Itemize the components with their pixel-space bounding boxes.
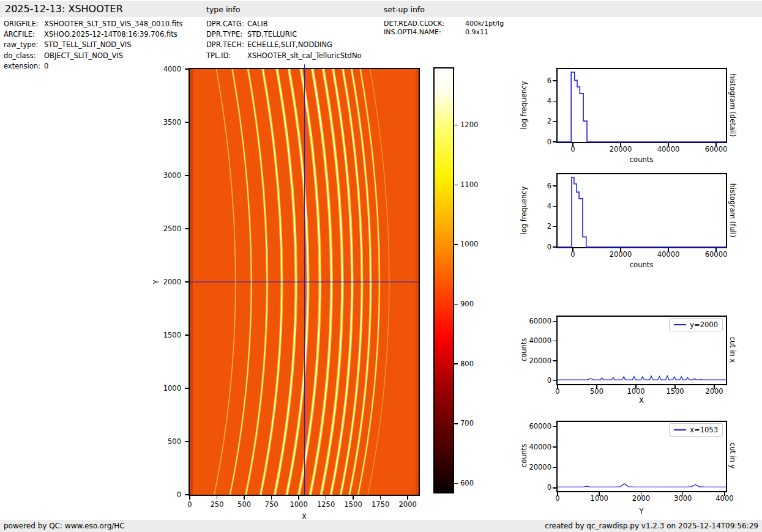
metadata-label: TPL.ID:	[206, 51, 247, 61]
tick-label: 60000	[698, 250, 734, 259]
tick-label: 0	[515, 243, 551, 251]
setup-info-heading: set-up info	[384, 1, 425, 17]
metadata-row: do_class:OBJECT_SLIT_NOD_VIS	[4, 51, 182, 61]
tick-label: 40000	[515, 336, 551, 345]
histogram_detail-line	[558, 72, 726, 142]
tick-mark	[553, 487, 556, 489]
tick-mark	[185, 68, 189, 70]
cut-in-x-legend: y=2000	[669, 318, 723, 331]
tick-label: 60000	[698, 145, 734, 153]
tick-label: 500	[144, 437, 181, 446]
tick-mark	[553, 121, 556, 122]
histogram-full-title: histogram (full)	[728, 183, 737, 238]
tick-mark	[553, 246, 556, 248]
tick-label: 4	[515, 202, 551, 210]
tick-mark	[244, 496, 245, 500]
legend-line-icon	[674, 429, 686, 430]
tick-label: 600	[460, 479, 474, 487]
file-info-block: ORIGFILE:XSHOOTER_SLT_STD_VIS_348_0010.f…	[4, 19, 182, 72]
tick-mark	[553, 321, 556, 322]
metadata-label: extension:	[4, 61, 44, 72]
tick-mark	[185, 228, 189, 229]
metadata-value: XSHOOTER_slt_cal_TelluricStdNo	[247, 51, 362, 60]
tick-label: 2500	[144, 224, 181, 233]
cut-in-x-xlabel: X	[623, 396, 660, 405]
tick-label: 1000	[581, 494, 618, 503]
tick-mark	[553, 101, 556, 102]
tick-label: 3000	[144, 171, 181, 180]
tick-label: 60000	[515, 317, 551, 325]
metadata-row: DPR.TECH:ECHELLE,SLIT,NODDING	[206, 40, 362, 50]
tick-label: 0	[539, 387, 576, 396]
metadata-value: 0	[44, 62, 48, 70]
tick-mark	[553, 185, 556, 187]
tick-label: 1200	[460, 120, 478, 129]
tick-label: 3500	[144, 118, 181, 127]
metadata-row: DPR.TYPE:STD,TELLURIC	[206, 29, 362, 40]
tick-label: 20000	[515, 463, 551, 471]
tick-label: 0	[515, 483, 551, 492]
tick-mark	[454, 423, 458, 424]
cut-in-x-title: cut in x	[728, 337, 737, 363]
metadata-label: DPR.TYPE:	[206, 29, 247, 40]
metadata-value: XSHOO.2025-12-14T08:16:39.706.fits	[44, 30, 177, 39]
cut-in-y-legend-label: x=1053	[690, 426, 718, 434]
type-info-block: DPR.CATG:CALIBDPR.TYPE:STD,TELLURICDPR.T…	[206, 19, 362, 61]
histogram-detail-xlabel: counts	[623, 155, 660, 164]
tick-label: 40000	[650, 145, 687, 153]
tick-mark	[553, 226, 556, 227]
metadata-value: CALIB	[247, 20, 268, 28]
tick-mark	[553, 206, 556, 207]
tick-label: 1500	[144, 331, 181, 339]
tick-mark	[326, 496, 327, 500]
tick-label: 3000	[665, 494, 701, 503]
cut_in_x-line	[558, 376, 726, 380]
tick-label: 4	[515, 97, 551, 105]
tick-label: 0	[144, 490, 181, 499]
tick-label: 800	[460, 360, 474, 368]
tick-mark	[185, 441, 189, 442]
metadata-value: 400k/1pt/lg	[465, 20, 504, 28]
tick-label: 1000	[618, 387, 654, 396]
raw-image-panel	[189, 68, 420, 496]
tick-mark	[553, 141, 556, 142]
tick-label: 4000	[706, 494, 743, 503]
histogram-full-xlabel: counts	[623, 260, 660, 269]
tick-label: 1000	[144, 384, 181, 393]
cut-in-y-title: cut in y	[728, 443, 737, 469]
histogram-detail-plot	[558, 69, 726, 142]
tick-mark	[353, 496, 354, 500]
tick-mark	[553, 80, 556, 81]
metadata-label: ORIGFILE:	[4, 19, 44, 29]
tick-mark	[380, 496, 381, 500]
tick-label: 0	[539, 494, 576, 503]
metadata-row: DET.READ.CLOCK:400k/1pt/lg	[384, 20, 504, 28]
histogram-full-plot	[558, 174, 726, 247]
tick-mark	[185, 494, 189, 495]
tick-label: 2	[515, 222, 551, 231]
metadata-label: DET.READ.CLOCK:	[384, 20, 465, 28]
metadata-row: ORIGFILE:XSHOOTER_SLT_STD_VIS_348_0010.f…	[4, 19, 182, 29]
tick-mark	[454, 244, 458, 245]
raw-image	[190, 69, 419, 495]
legend-line-icon	[674, 324, 686, 325]
tick-mark	[185, 334, 189, 336]
tick-mark	[454, 185, 458, 186]
tick-mark	[553, 380, 556, 382]
footer-left: powered by QC: www.eso.org/HC	[4, 520, 125, 532]
histogram-full-panel	[556, 173, 727, 248]
metadata-label: raw_type:	[4, 40, 44, 50]
metadata-row: TPL.ID:XSHOOTER_slt_cal_TelluricStdNo	[206, 51, 362, 61]
footer-right: created by qc_rawdisp.py v1.2.3 on 2025-…	[545, 520, 758, 532]
metadata-row: ARCFILE:XSHOO.2025-12-14T08:16:39.706.fi…	[4, 29, 182, 40]
cut-in-y-legend: x=1053	[669, 423, 723, 437]
tick-mark	[553, 446, 556, 448]
metadata-value: STD,TELLURIC	[247, 30, 297, 39]
metadata-row: DPR.CATG:CALIB	[206, 19, 362, 29]
tick-label: 0	[555, 250, 591, 259]
tick-mark	[553, 426, 556, 427]
metadata-value: XSHOOTER_SLT_STD_VIS_348_0010.fits	[44, 20, 182, 28]
tick-label: 4000	[144, 65, 181, 73]
tick-mark	[217, 496, 218, 500]
metadata-value: STD_TELL_SLIT_NOD_VIS	[44, 40, 131, 49]
